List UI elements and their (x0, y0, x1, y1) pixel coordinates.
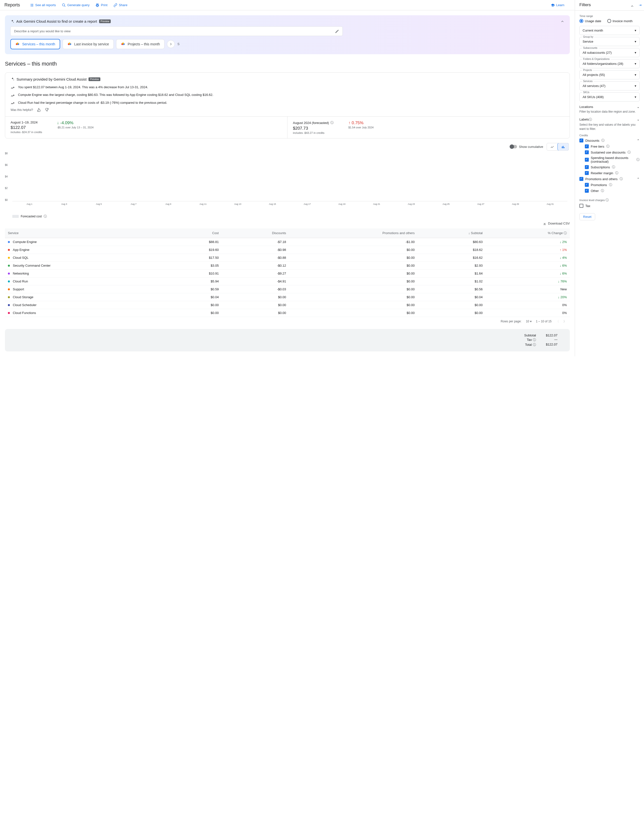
svg-rect-10 (562, 146, 563, 148)
table-row[interactable]: Cloud Storage$0.04$0.00$0.00$0.04↓ 20% (5, 293, 570, 301)
help-icon[interactable]: ⓘ (330, 121, 333, 125)
month-select[interactable]: Current month▾ (580, 26, 639, 35)
cb-sustained-use[interactable]: Sustained use discountsⓘ (585, 150, 639, 154)
chip-next-button[interactable] (167, 40, 175, 48)
invoice-level-label: Invoice level charges (580, 199, 605, 202)
svg-point-6 (69, 42, 71, 44)
radio-invoice-month[interactable]: Invoice month (607, 19, 633, 23)
table-row[interactable]: Security Command Center$3.05-$0.12$0.00$… (5, 262, 570, 269)
chip-last-invoice[interactable]: Last invoice by service (63, 39, 114, 49)
reset-button[interactable]: Reset (580, 213, 595, 220)
labels-section[interactable]: Labels ⓘ⌄ (580, 117, 639, 122)
help-icon[interactable]: ⓘ (533, 343, 536, 347)
svg-point-9 (122, 42, 124, 44)
trend-icon (11, 93, 14, 98)
table-row[interactable]: Cloud Run$5.94-$4.91$0.00$1.02↓ 76% (5, 277, 570, 285)
collapse-icon[interactable] (560, 19, 564, 23)
preview-badge: Preview (89, 77, 100, 81)
line-chart-button[interactable] (547, 143, 558, 150)
sparkle-icon (10, 19, 14, 23)
cumulative-toggle[interactable] (510, 145, 517, 148)
total-value: $122.07 (546, 343, 557, 347)
see-all-reports-link[interactable]: See all reports (30, 3, 56, 7)
cb-promotions-and-others[interactable]: Promotions and othersⓘ⌃ (580, 177, 639, 181)
table-row[interactable]: Cloud Scheduler$0.00$0.00$0.00$0.000% (5, 301, 570, 309)
subtotal-value: $122.07 (546, 333, 557, 337)
totals-card: Subtotal $122.07 Tax ⓘ — Total ⓘ $122.07 (5, 329, 570, 351)
groupby-select[interactable]: Group byService▾ (580, 37, 639, 46)
generate-query-link[interactable]: Generate query (62, 3, 90, 7)
delta-sub-right: $1.54 over July 2024 (348, 126, 374, 129)
chip-services-this-month[interactable]: Services – this month (10, 39, 60, 49)
svg-point-3 (16, 42, 18, 44)
cb-reseller-margin[interactable]: Reseller marginⓘ (585, 171, 639, 175)
thumbs-down-icon[interactable] (45, 108, 49, 112)
svg-rect-12 (564, 147, 565, 148)
delta-left: ↓ -4.09% (57, 121, 94, 125)
cb-tax[interactable]: Tax (580, 204, 639, 208)
gemini-input[interactable]: Describe a report you would like to view (10, 26, 343, 36)
share-link[interactable]: Share (113, 3, 127, 7)
table-row[interactable]: Networking$10.91-$9.27$0.00$1.64↓ 6% (5, 269, 570, 277)
next-page-button[interactable]: 〉 (564, 319, 566, 323)
thumbs-up-icon[interactable] (37, 108, 41, 112)
chevron-down-icon: ⌄ (637, 105, 639, 109)
credits-right: includes -$43.27 in credits (293, 131, 333, 134)
cb-subscriptions[interactable]: Subscriptionsⓘ (585, 165, 639, 169)
period-right: August 2024 (forecasted) (293, 121, 329, 125)
helpful-label: Was this helpful? (11, 108, 33, 112)
th-subtotal[interactable]: ↓ Subtotal (418, 228, 486, 238)
services-table: Service Cost Discounts Promotions and ot… (5, 228, 570, 317)
skus-select[interactable]: SKUsAll SKUs (408)▾ (580, 92, 639, 101)
print-link[interactable]: Print (95, 3, 108, 7)
rows-per-page-label: Rows per page: (501, 320, 522, 323)
prev-page-button[interactable]: 〈 (556, 319, 559, 323)
cost-chart: $8$6$4$2$0 Aug 1Aug 3Aug 5Aug 7Aug 9Aug … (5, 152, 570, 211)
th-discounts[interactable]: Discounts (222, 228, 289, 238)
rows-per-page-select[interactable]: 10 ▾ (526, 320, 531, 323)
table-row[interactable]: App Engine$19.60-$0.98$0.00$18.62↑ 1% (5, 246, 570, 254)
gcloud-icon (67, 42, 72, 46)
period-left: August 1–19, 2024 (11, 121, 42, 124)
subaccounts-select[interactable]: SubaccountsAll subaccounts (27)▾ (580, 48, 639, 57)
total-label: Total (525, 343, 532, 346)
bar-chart-button[interactable] (557, 143, 569, 151)
learn-link[interactable]: Learn (551, 3, 564, 7)
table-row[interactable]: Cloud Functions$0.00$0.00$0.00$0.000% (5, 309, 570, 317)
cb-promotions[interactable]: Promotionsⓘ (585, 183, 639, 187)
help-icon: ⓘ (589, 117, 592, 122)
chip-projects-this-month[interactable]: Projects – this month (116, 39, 165, 49)
svg-rect-11 (563, 146, 564, 148)
projects-select[interactable]: ProjectsAll projects (55)▾ (580, 70, 639, 79)
page-heading: Reports (5, 2, 20, 8)
svg-point-0 (63, 4, 64, 6)
th-cost[interactable]: Cost (169, 228, 222, 238)
table-row[interactable]: Support$0.59-$0.03$0.00$0.56New (5, 285, 570, 293)
help-icon[interactable]: ⓘ (43, 214, 47, 219)
help-icon[interactable]: ⓘ (605, 198, 609, 202)
gcloud-icon (15, 42, 20, 46)
tax-value: — (546, 338, 557, 342)
credits-left: includes -$24.37 in credits (11, 130, 42, 133)
summary-collapse-icon[interactable] (630, 4, 634, 8)
table-row[interactable]: Compute Engine$88.81-$7.18-$1.00$80.63↓ … (5, 238, 570, 246)
amount-right: $207.73 (293, 126, 333, 131)
help-icon[interactable]: ⓘ (533, 338, 536, 342)
th-service[interactable]: Service (5, 228, 169, 238)
cb-spending-based[interactable]: Spending based discounts (contractual)ⓘ (585, 156, 639, 163)
list-icon (30, 3, 34, 7)
download-csv-link[interactable]: Download CSV (5, 222, 570, 225)
expand-filters-icon[interactable]: ⇥ (639, 3, 642, 7)
page-title: Services – this month (5, 61, 570, 67)
cb-discounts[interactable]: Discountsⓘ⌃ (580, 138, 639, 143)
table-row[interactable]: Cloud SQL$17.50-$0.88$0.00$16.62↓ 4% (5, 254, 570, 262)
services-select[interactable]: ServicesAll services (47)▾ (580, 81, 639, 90)
th-promos[interactable]: Promotions and others (289, 228, 418, 238)
filters-title: Filters (580, 2, 591, 7)
folders-select[interactable]: Folders & OrganizationsAll folders/organ… (580, 59, 639, 68)
cb-other[interactable]: Otherⓘ (585, 188, 639, 193)
radio-usage-date[interactable]: Usage date (580, 19, 601, 23)
cb-free-tiers[interactable]: Free tiersⓘ (585, 144, 639, 149)
th-change[interactable]: % Change ⓘ (486, 228, 570, 238)
locations-section[interactable]: Locations⌄ (580, 105, 639, 109)
